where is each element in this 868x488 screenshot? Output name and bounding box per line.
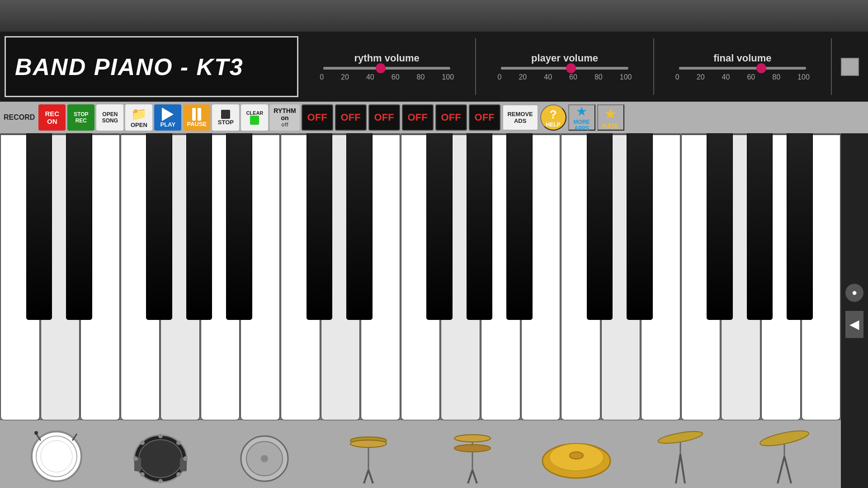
stop-btn-area [836,36,863,97]
black-key-0-0[interactable] [26,133,52,320]
pause-button[interactable]: PAUSE [183,104,210,131]
stop-square-button[interactable] [841,58,859,76]
remove-ads-button[interactable]: REMOVE ADS [502,104,538,131]
off-button-1[interactable]: OFF [302,104,333,131]
black-key-1-1[interactable] [346,133,373,320]
toolbar-row: RECORD RECON STOPREC OPENSONG 📁 OPEN PLA… [0,102,868,133]
apps-star-icon: ★ [576,104,587,119]
open-song-button[interactable]: OPENSONG [96,104,123,131]
volume-divider-2 [653,38,654,95]
rythm-slider-container [303,67,471,70]
open-song-label: OPENSONG [102,111,118,124]
more-apps-label: MOREAPPS [574,119,590,131]
side-area: ● ◀ [841,133,868,488]
black-key-0-3[interactable] [146,133,172,320]
rec-on-label: RECON [45,110,60,125]
black-key-0-5[interactable] [226,133,252,320]
record-label: RECORD [4,113,35,122]
player-slider-thumb[interactable] [566,63,576,73]
drum-bass-2[interactable] [122,425,199,483]
player-volume-section: player volume 0 20 40 60 80 100 [481,36,648,97]
clear-button[interactable]: CLEAR [241,104,268,131]
rate-label: RATE [602,122,619,130]
scroll-left-button[interactable]: ◀ [845,311,863,338]
rythm-volume-label: rythm volume [354,52,420,64]
final-volume-label: final volume [713,52,771,64]
drum-snare[interactable] [18,425,95,483]
scroll-up-button[interactable]: ● [845,284,863,302]
svg-point-2 [41,441,72,472]
svg-point-7 [139,440,182,478]
black-key-2-3[interactable] [707,133,733,320]
off-button-4[interactable]: OFF [402,104,434,131]
rythm-on-status: on [281,114,288,122]
black-key-1-0[interactable] [307,133,333,320]
rythm-volume-labels: 0 20 40 60 80 100 [320,73,454,81]
player-slider-container [481,67,648,70]
final-slider-track[interactable] [679,67,806,70]
svg-point-29 [454,435,491,442]
drum-area [0,420,841,488]
player-volume-label: player volume [531,52,598,64]
svg-point-17 [133,456,138,461]
stop-button[interactable]: STOP [212,104,239,131]
svg-line-38 [778,456,784,483]
rythm-toggle-button[interactable]: RYTHM on off [270,104,299,131]
stop-rec-button[interactable]: STOPREC [67,104,94,131]
off-button-5[interactable]: OFF [435,104,467,131]
svg-line-21 [364,470,368,483]
rate-button[interactable]: ★ RATE [597,104,624,131]
rec-on-button[interactable]: RECON [38,104,66,131]
final-slider-container [659,67,826,70]
rythm-on-label: RYTHM [274,107,296,114]
drum-hihat-closed[interactable] [330,425,407,483]
pause-icon [192,108,201,121]
rythm-slider-track[interactable] [323,67,450,70]
svg-point-30 [454,445,491,452]
cymbal-icon [540,429,613,483]
more-apps-button[interactable]: ★ MOREAPPS [568,104,595,131]
black-key-2-0[interactable] [587,133,613,320]
off-button-3[interactable]: OFF [368,104,400,131]
stop-icon [221,110,230,119]
open-button[interactable]: 📁 OPEN [125,104,152,131]
help-button[interactable]: ? HELP [540,104,566,131]
svg-point-25 [350,440,387,447]
black-key-1-4[interactable] [467,133,493,320]
svg-point-14 [176,472,181,477]
snare-drum-icon [27,429,86,483]
black-key-1-3[interactable] [426,133,453,320]
black-key-2-5[interactable] [787,133,813,320]
black-key-2-4[interactable] [747,133,773,320]
black-keys-row [0,133,841,320]
top-bar [0,0,868,32]
svg-line-26 [468,470,472,483]
black-key-2-1[interactable] [627,133,653,320]
off-button-6[interactable]: OFF [469,104,500,131]
drum-hihat-open[interactable] [434,425,511,483]
play-label: PLAY [160,121,175,128]
svg-line-22 [368,470,373,483]
black-key-1-5[interactable] [506,133,533,320]
off-button-2[interactable]: OFF [335,104,367,131]
drum-bass[interactable] [226,425,303,483]
rythm-off-status: off [281,122,288,128]
keyboard-and-side: ● ◀ [0,133,868,488]
svg-point-33 [570,452,583,459]
black-key-0-4[interactable] [186,133,212,320]
player-slider-track[interactable] [501,67,628,70]
main-area: BAND PIANO - KT3 rythm volume 0 20 40 60… [0,32,868,488]
rythm-slider-thumb[interactable] [376,63,386,73]
svg-point-10 [140,441,145,445]
remove-ads-line1: REMOVE [507,111,533,117]
help-label: HELP [546,122,561,128]
black-key-0-1[interactable] [66,133,92,320]
drum-cymbal[interactable] [538,425,615,483]
drum-ride[interactable] [746,425,823,483]
rate-star-icon: ★ [604,105,617,122]
help-question-icon: ? [550,108,557,122]
final-slider-thumb[interactable] [756,63,766,73]
rythm-volume-section: rythm volume 0 20 40 60 80 100 [303,36,471,97]
play-button[interactable]: PLAY [154,104,181,131]
drum-crash[interactable] [642,425,719,483]
